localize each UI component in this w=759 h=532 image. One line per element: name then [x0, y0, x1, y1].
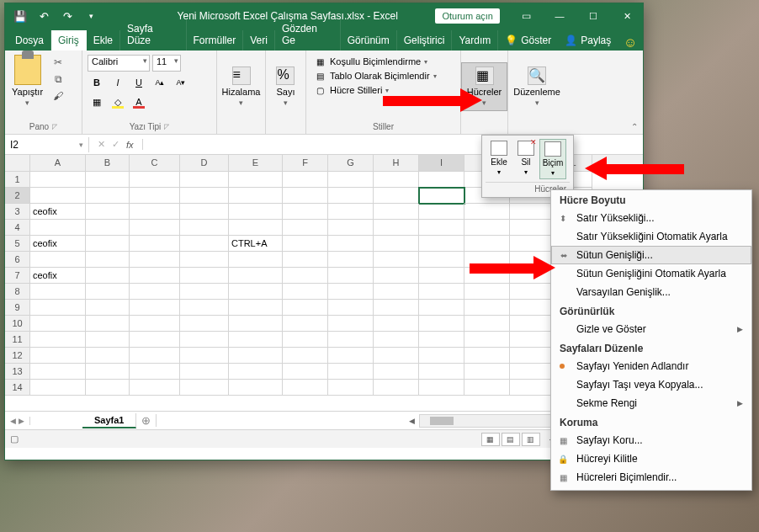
cell[interactable] [374, 236, 419, 252]
redo-icon[interactable]: ↷ [57, 6, 77, 26]
row-header[interactable]: 5 [5, 236, 30, 252]
cell[interactable] [283, 348, 328, 364]
page-layout-view-icon[interactable]: ▤ [502, 433, 520, 446]
cell[interactable] [374, 252, 419, 268]
cell[interactable] [86, 300, 130, 316]
column-header-G[interactable]: G [328, 155, 374, 171]
cell[interactable] [130, 284, 180, 300]
ribbon-display-icon[interactable]: ▭ [510, 3, 542, 29]
increase-font-icon[interactable]: A▴ [151, 74, 169, 91]
format-painter-icon[interactable]: 🖌 [50, 88, 66, 104]
cell[interactable] [510, 332, 555, 348]
cell[interactable] [180, 364, 229, 380]
tab-insert[interactable]: Ekle [87, 30, 120, 51]
hscroll-thumb[interactable] [430, 417, 454, 425]
clipboard-launcher-icon[interactable]: ◸ [52, 123, 57, 130]
cell[interactable] [464, 364, 510, 380]
menu-autofit-column[interactable]: Sütun Genişliğini Otomatik Ayarla [551, 264, 751, 283]
cell[interactable] [328, 172, 374, 188]
menu-hide-show[interactable]: Gizle ve Göster▶ [551, 320, 751, 338]
cell[interactable] [328, 236, 374, 252]
cell[interactable] [464, 300, 510, 316]
cell[interactable] [180, 300, 229, 316]
feedback-icon[interactable]: ☺ [618, 35, 643, 51]
cell[interactable] [229, 284, 283, 300]
cell[interactable] [229, 252, 283, 268]
cell[interactable] [464, 332, 510, 348]
tab-help[interactable]: Yardım [452, 30, 498, 51]
cell[interactable] [419, 268, 464, 284]
cell[interactable] [510, 364, 555, 380]
tab-data[interactable]: Veri [243, 30, 275, 51]
cell[interactable] [328, 220, 374, 236]
cell[interactable] [328, 380, 374, 396]
cell[interactable] [130, 188, 180, 204]
cell[interactable] [374, 172, 419, 188]
cell[interactable] [510, 220, 555, 236]
cell[interactable] [180, 268, 229, 284]
cell[interactable] [510, 284, 555, 300]
paste-button[interactable]: Yapıştır ▾ [8, 53, 46, 109]
cell[interactable] [374, 316, 419, 332]
cell[interactable] [86, 188, 130, 204]
cell[interactable] [419, 204, 464, 220]
cell[interactable] [510, 380, 555, 396]
font-launcher-icon[interactable]: ◸ [164, 123, 169, 130]
cell[interactable] [283, 364, 328, 380]
cell[interactable] [283, 332, 328, 348]
add-sheet-button[interactable]: ⊕ [136, 414, 157, 427]
cell[interactable] [283, 220, 328, 236]
menu-tab-color[interactable]: Sekme Rengi▶ [551, 394, 751, 412]
cell[interactable] [180, 316, 229, 332]
row-header[interactable]: 9 [5, 300, 30, 316]
sheet-tab-1[interactable]: Sayfa1 [82, 413, 136, 428]
cell[interactable] [30, 284, 86, 300]
cell[interactable] [328, 332, 374, 348]
column-header-H[interactable]: H [374, 155, 419, 171]
cell[interactable] [283, 268, 328, 284]
row-header[interactable]: 1 [5, 172, 30, 188]
cell[interactable] [328, 204, 374, 220]
row-header[interactable]: 11 [5, 332, 30, 348]
cell[interactable] [229, 316, 283, 332]
format-as-table-button[interactable]: ▤Tablo Olarak Biçimlendir▾ [311, 69, 438, 82]
cancel-icon[interactable]: ✕ [98, 139, 105, 150]
cell[interactable] [180, 332, 229, 348]
cell[interactable] [283, 204, 328, 220]
cell[interactable] [30, 380, 86, 396]
cell[interactable] [229, 188, 283, 204]
tab-review[interactable]: Gözden Ge [275, 19, 341, 51]
cell[interactable] [130, 300, 180, 316]
cell[interactable] [180, 236, 229, 252]
cell[interactable] [283, 252, 328, 268]
column-header-B[interactable]: B [86, 155, 130, 171]
tell-me[interactable]: 💡 Göster [498, 30, 558, 51]
enter-icon[interactable]: ✓ [112, 139, 119, 150]
menu-protect-sheet[interactable]: ▦Sayfayı Koru... [551, 431, 751, 450]
cell[interactable] [229, 204, 283, 220]
tab-file[interactable]: Dosya [8, 30, 51, 51]
cell[interactable] [229, 380, 283, 396]
column-header-C[interactable]: C [130, 155, 180, 171]
cell[interactable] [130, 204, 180, 220]
cell[interactable] [419, 380, 464, 396]
cell[interactable] [30, 332, 86, 348]
cell[interactable] [283, 188, 328, 204]
cell[interactable] [86, 284, 130, 300]
normal-view-icon[interactable]: ▦ [481, 433, 500, 446]
cell[interactable] [419, 300, 464, 316]
cell[interactable] [229, 300, 283, 316]
menu-column-width[interactable]: ⬌Sütun Genişliği... [551, 246, 751, 264]
cell[interactable] [510, 204, 555, 220]
bold-button[interactable]: B [88, 74, 106, 91]
cell[interactable] [30, 364, 86, 380]
cell[interactable] [180, 172, 229, 188]
cell[interactable] [328, 300, 374, 316]
cell[interactable] [130, 332, 180, 348]
delete-cells-button[interactable]: ✕ Sil▾ [512, 139, 539, 179]
cell[interactable] [328, 268, 374, 284]
cell[interactable]: CTRL+A [229, 236, 283, 252]
row-header[interactable]: 8 [5, 284, 30, 300]
font-name-select[interactable]: Calibri [88, 55, 150, 72]
cell[interactable] [229, 220, 283, 236]
